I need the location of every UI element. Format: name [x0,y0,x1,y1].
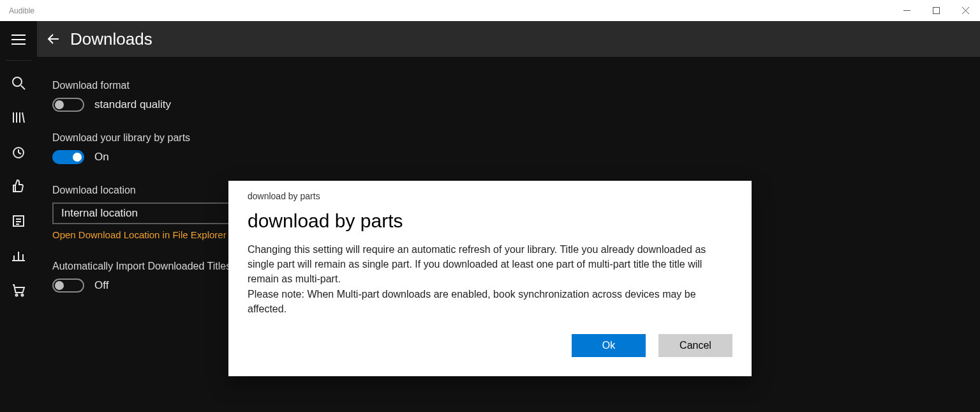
document-icon [11,214,26,228]
chart-icon [11,248,26,263]
dialog-title: download by parts [248,210,732,232]
download-location-value: Internal location [61,207,138,220]
page-title: Downloads [70,29,152,49]
close-button[interactable] [951,0,980,21]
rail-library[interactable] [0,100,37,135]
page-header: Downloads [37,21,980,57]
rail-search[interactable] [0,66,37,100]
dialog-body-1: Changing this setting will require an au… [248,242,732,287]
search-icon [11,76,26,90]
window-title: Audible [9,6,34,15]
download-by-parts-dialog: download by parts download by parts Chan… [228,181,752,376]
dialog-body-2: Please note: When Multi-part downloads a… [248,287,732,316]
clock-icon [11,145,26,159]
rail-news[interactable] [0,204,37,238]
cancel-button[interactable]: Cancel [658,334,732,357]
thumbs-up-icon [11,179,26,194]
rail-timer[interactable] [0,135,37,169]
auto-import-toggle[interactable] [52,278,84,293]
maximize-button[interactable] [921,0,951,21]
hamburger-icon [11,34,26,45]
window-titlebar: Audible [0,0,980,21]
svg-point-24 [16,294,18,296]
download-parts-label: Download your library by parts [52,132,965,144]
library-icon [11,111,26,125]
back-button[interactable] [46,31,61,47]
svg-line-12 [22,112,24,123]
rail-cart[interactable] [0,273,37,307]
sidebar-rail [0,21,37,412]
cart-icon [11,282,26,298]
download-format-label: Download format [52,80,965,91]
auto-import-value: Off [94,279,108,292]
open-location-link[interactable]: Open Download Location in File Explorer [52,229,226,240]
svg-rect-1 [933,8,939,14]
ok-button[interactable]: Ok [572,334,646,357]
rail-recommend[interactable] [0,169,37,204]
arrow-left-icon [46,31,61,47]
download-format-toggle[interactable] [52,98,84,112]
svg-point-7 [13,77,22,86]
svg-point-25 [22,294,24,296]
rail-stats[interactable] [0,238,37,273]
menu-button[interactable] [0,24,37,56]
download-parts-toggle[interactable] [52,150,84,164]
svg-line-15 [19,153,21,154]
dialog-tag: download by parts [248,191,732,201]
download-parts-value: On [94,151,109,164]
svg-line-8 [21,86,25,89]
minimize-button[interactable] [892,0,921,21]
download-format-value: standard quality [94,98,171,111]
